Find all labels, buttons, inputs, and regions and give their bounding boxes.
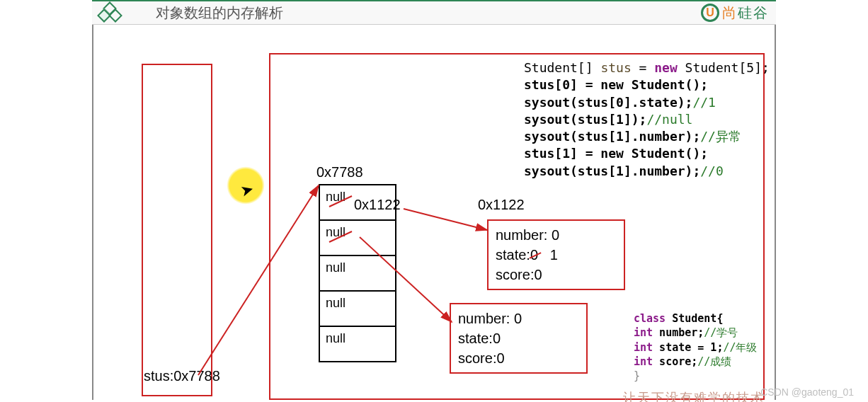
watermark-text: CSDN @gaoteng_01 [760, 386, 854, 398]
obj1-number: number: 0 [496, 225, 617, 245]
student-object-box-1: number: 0 state:0 1 score:0 [487, 219, 625, 290]
stack-variable-label: stus:0x7788 [144, 368, 220, 384]
array-cell: null [320, 292, 395, 327]
array-cell: null [320, 221, 395, 256]
footer-tagline: 让天下没有难学的技术 [623, 389, 765, 402]
slide-title: 对象数组的内存解析 [156, 4, 283, 23]
ref-addr-near-object: 0x1122 [478, 197, 525, 213]
obj2-score: score:0 [458, 348, 579, 368]
slide-header: 对象数组的内存解析 U 尚硅谷 [92, 0, 776, 25]
array-address-label: 0x7788 [316, 164, 363, 180]
stack-region [142, 64, 212, 396]
main-code-block: Student[] stus = new Student[5]; stus[0]… [524, 59, 770, 180]
student-object-box-2: number: 0 state:0 score:0 [450, 303, 588, 374]
obj1-state: state:0 1 [496, 245, 617, 265]
brand-logo: U 尚硅谷 [701, 4, 769, 23]
brand-mark-icon: U [701, 4, 719, 22]
brand-name: 尚硅谷 [722, 4, 769, 23]
obj1-score: score:0 [496, 265, 617, 285]
obj2-state: state:0 [458, 328, 579, 348]
class-code-block: class Student{ int number;//学号 int state… [634, 311, 758, 383]
ref-addr-near-array: 0x1122 [354, 197, 401, 213]
header-logo-icon [99, 2, 120, 23]
array-cell: null [320, 327, 395, 362]
obj2-number: number: 0 [458, 309, 579, 328]
array-cell: null [320, 256, 395, 292]
